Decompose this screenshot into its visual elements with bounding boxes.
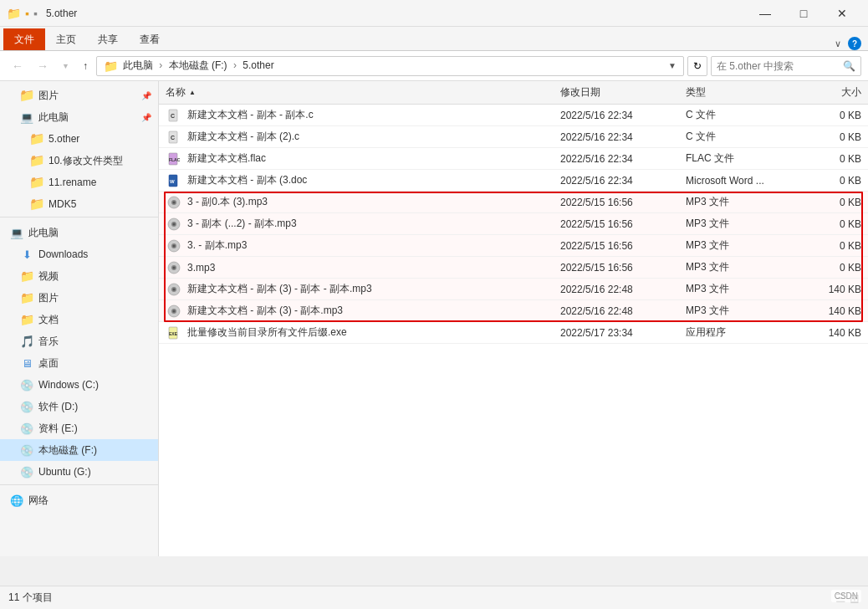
sidebar-item-pictures[interactable]: 📁 图片 <box>0 287 158 309</box>
table-row[interactable]: 3. - 副本.mp3 2022/5/15 16:56 MP3 文件 0 KB <box>159 235 868 257</box>
tab-file[interactable]: 文件 <box>3 28 45 50</box>
status-text: 11 个项目 <box>8 591 53 605</box>
file-type: MP3 文件 <box>686 217 794 231</box>
sidebar-item-documents[interactable]: 📁 文档 <box>0 309 158 330</box>
maximize-button[interactable]: □ <box>784 0 823 27</box>
sidebar-item-network[interactable]: 🌐 网络 <box>0 489 158 511</box>
svg-point-19 <box>173 266 176 269</box>
svg-point-25 <box>173 310 176 312</box>
back-button[interactable]: ← <box>7 57 28 75</box>
sidebar-item-11rename[interactable]: 📁 11.rename <box>0 171 158 193</box>
file-rows-container: C 新建文本文档 - 副本 - 副本.c 2022/5/16 22:34 C 文… <box>159 105 868 344</box>
music-icon: 🎵 <box>20 335 33 348</box>
history-button[interactable]: ▼ <box>57 59 74 73</box>
address-bar[interactable]: 📁 此电脑 › 本地磁盘 (F:) › 5.other ▼ <box>96 56 684 76</box>
sidebar-item-label: 文档 <box>38 313 59 327</box>
sidebar-item-label: 11.rename <box>49 177 96 188</box>
file-type: Microsoft Word ... <box>686 175 794 187</box>
up-button[interactable]: ↑ <box>78 58 93 74</box>
tab-view[interactable]: 查看 <box>129 28 171 50</box>
sidebar-item-ubuntug[interactable]: 💿 Ubuntu (G:) <box>0 461 158 483</box>
file-date: 2022/5/16 22:48 <box>560 284 686 295</box>
sidebar-item-label: 本地磁盘 (F:) <box>38 443 97 458</box>
search-icon: 🔍 <box>843 60 855 72</box>
file-size: 140 KB <box>794 327 861 339</box>
file-type: MP3 文件 <box>686 260 794 274</box>
sidebar-item-label: 网络 <box>28 494 49 508</box>
divider2 <box>0 484 158 488</box>
file-type: 应用程序 <box>686 325 794 340</box>
svg-text:FLAC: FLAC <box>169 157 181 162</box>
tab-home[interactable]: 主页 <box>45 28 87 50</box>
svg-text:W: W <box>170 179 175 184</box>
minimize-button[interactable]: — <box>746 0 784 27</box>
sidebar-item-10fix[interactable]: 📁 10.修改文件类型 <box>0 150 158 171</box>
table-row[interactable]: C 新建文本文档 - 副本 (2).c 2022/5/16 22:34 C 文件… <box>159 126 868 148</box>
file-icon-mp3 <box>166 238 182 254</box>
table-row[interactable]: EXE 批量修改当前目录所有文件后缀.exe 2022/5/17 23:34 应… <box>159 322 868 344</box>
svg-point-10 <box>173 201 176 203</box>
col-header-name[interactable]: 名称 ▲ <box>166 85 560 100</box>
sidebar-item-softd[interactable]: 💿 软件 (D:) <box>0 396 158 417</box>
drive-icon: 💿 <box>20 422 33 435</box>
sidebar-item-thispc-pinned[interactable]: 💻 此电脑 📌 <box>0 106 158 128</box>
sidebar-item-label: 视频 <box>38 269 59 284</box>
status-bar: 11 个项目 ☰ ⊞ <box>0 586 868 609</box>
file-type: C 文件 <box>686 130 794 144</box>
file-icon-c: C <box>166 129 182 146</box>
col-header-date[interactable]: 修改日期 <box>560 85 686 100</box>
file-date: 2022/5/16 22:34 <box>560 175 686 187</box>
refresh-button[interactable]: ↻ <box>687 56 707 76</box>
file-name: 3 - 副0.本 (3).mp3 <box>187 195 560 209</box>
tab-share[interactable]: 共享 <box>87 28 129 50</box>
close-button[interactable]: ✕ <box>823 0 861 27</box>
window-controls[interactable]: — □ ✕ <box>746 0 861 27</box>
sidebar-item-label: 桌面 <box>38 356 59 371</box>
sidebar-item-downloads[interactable]: ⬇ Downloads <box>0 243 158 265</box>
sidebar-item-pic[interactable]: 📁 图片 📌 <box>0 84 158 106</box>
file-icon-flac: FLAC <box>166 151 182 167</box>
sidebar-item-localf[interactable]: 💿 本地磁盘 (F:) <box>0 439 158 461</box>
address-dropdown-icon[interactable]: ▼ <box>668 61 677 70</box>
file-size: 0 KB <box>794 131 861 143</box>
folder-icon: 📁 <box>20 313 33 326</box>
sidebar-item-winc[interactable]: 💿 Windows (C:) <box>0 374 158 396</box>
table-row[interactable]: 新建文本文档 - 副本 (3) - 副本 - 副本.mp3 2022/5/16 … <box>159 279 868 300</box>
search-input[interactable] <box>717 60 843 72</box>
breadcrumb-icon: 📁 <box>104 59 118 73</box>
pin-icon[interactable]: 📌 <box>141 91 151 100</box>
forward-button[interactable]: → <box>32 57 54 75</box>
table-row[interactable]: FLAC 新建文本文档.flac 2022/5/16 22:34 FLAC 文件… <box>159 148 868 170</box>
table-row[interactable]: W 新建文本文档 - 副本 (3.doc 2022/5/16 22:34 Mic… <box>159 170 868 192</box>
svg-text:C: C <box>171 135 175 141</box>
file-name: 新建文本文档 - 副本 (3) - 副本.mp3 <box>187 304 560 318</box>
svg-text:EXE: EXE <box>169 331 178 336</box>
pin-icon[interactable]: 📌 <box>141 113 151 122</box>
sidebar-item-datae[interactable]: 💿 资料 (E:) <box>0 417 158 439</box>
col-header-type[interactable]: 类型 <box>686 85 794 100</box>
sidebar-item-mdk5[interactable]: 📁 MDK5 <box>0 193 158 215</box>
sidebar-item-label: 软件 (D:) <box>38 400 78 414</box>
file-size: 0 KB <box>794 240 861 252</box>
sidebar-item-thispc-main[interactable]: 💻 此电脑 <box>0 222 158 243</box>
sidebar-item-desktop[interactable]: 🖥 桌面 <box>0 352 158 374</box>
table-row[interactable]: C 新建文本文档 - 副本 - 副本.c 2022/5/16 22:34 C 文… <box>159 105 868 126</box>
file-type: C 文件 <box>686 108 794 122</box>
svg-text:C: C <box>171 113 175 119</box>
table-row[interactable]: 3.mp3 2022/5/15 16:56 MP3 文件 0 KB <box>159 257 868 279</box>
file-icon-mp3 <box>166 216 182 233</box>
sidebar-item-music[interactable]: 🎵 音乐 <box>0 330 158 352</box>
file-name: 新建文本文档 - 副本 (2).c <box>187 130 560 144</box>
sidebar-item-label: MDK5 <box>49 198 76 210</box>
expand-icon[interactable]: ∨ <box>835 38 841 49</box>
sidebar-item-video[interactable]: 📁 视频 <box>0 265 158 287</box>
sidebar-item-label: 图片 <box>38 291 59 305</box>
folder-icon: 📁 <box>30 132 43 146</box>
sidebar-item-5other[interactable]: 📁 5.other <box>0 128 158 150</box>
help-icon[interactable]: ? <box>848 37 861 50</box>
table-row[interactable]: 3 - 副本 (...2) - 副本.mp3 2022/5/15 16:56 M… <box>159 213 868 235</box>
col-header-size[interactable]: 大小 <box>794 85 861 100</box>
table-row[interactable]: 新建文本文档 - 副本 (3) - 副本.mp3 2022/5/16 22:48… <box>159 300 868 322</box>
file-type: FLAC 文件 <box>686 151 794 166</box>
table-row[interactable]: 3 - 副0.本 (3).mp3 2022/5/15 16:56 MP3 文件 … <box>159 192 868 213</box>
